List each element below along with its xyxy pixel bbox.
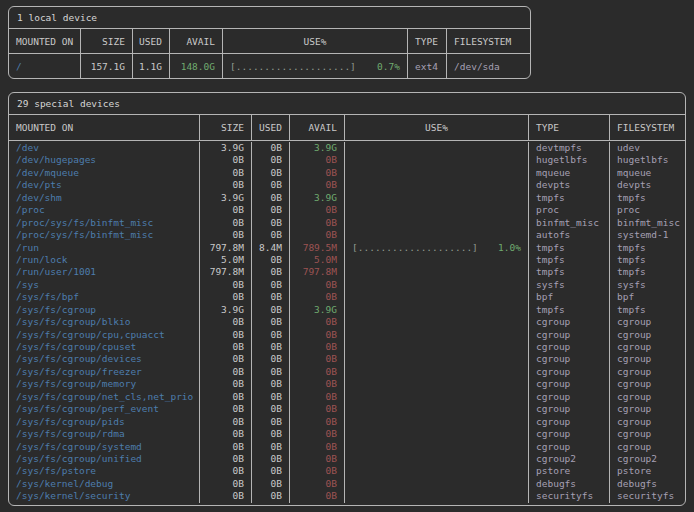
used-cell: 0B: [251, 428, 289, 440]
column-header-use-: USE%: [222, 29, 407, 53]
used-cell: 0B: [251, 416, 289, 428]
used-cell: 0B: [251, 179, 289, 191]
usage-cell: [344, 465, 528, 477]
used-cell: 0B: [251, 154, 289, 166]
type-cell: cgroup: [528, 353, 609, 365]
used-cell: 0B: [251, 391, 289, 403]
filesystem-cell: cgroup: [609, 329, 685, 341]
usage-cell: [....................]1.0%: [344, 242, 528, 254]
used-cell: 0B: [251, 465, 289, 477]
avail-cell: 3.9G: [289, 192, 344, 204]
type-cell: mqueue: [528, 167, 609, 179]
mounted-on-cell: /sys/fs/cgroup/rdma: [9, 428, 199, 440]
usage-cell: [344, 478, 528, 490]
device-row: /proc/sys/fs/binfmt_misc0B0B0Bbinfmt_mis…: [9, 217, 685, 229]
mounted-on-cell: /dev: [9, 142, 199, 154]
filesystem-cell: tmpfs: [609, 266, 685, 278]
column-header-use-: USE%: [344, 115, 528, 140]
device-row: /sys/kernel/security0B0B0Bsecurityfssecu…: [9, 490, 685, 502]
size-cell: 0B: [199, 366, 251, 378]
usage-cell: [344, 229, 528, 241]
size-cell: 0B: [199, 316, 251, 328]
type-cell: tmpfs: [528, 266, 609, 278]
special-devices-table-title: 29 special devices: [9, 93, 685, 115]
size-cell: 0B: [199, 329, 251, 341]
mounted-on-cell: /sys/fs/cgroup/cpu,cpuacct: [9, 329, 199, 341]
usage-cell: [344, 142, 528, 154]
mounted-on-cell: /proc/sys/fs/binfmt_misc: [9, 217, 199, 229]
filesystem-cell: mqueue: [609, 167, 685, 179]
used-cell: 0B: [251, 378, 289, 390]
used-cell: 0B: [251, 478, 289, 490]
usage-cell: [344, 266, 528, 278]
size-cell: 0B: [199, 490, 251, 502]
used-cell: 0B: [251, 453, 289, 465]
device-row: /sys/fs/cgroup3.9G0B3.9Gtmpfstmpfs: [9, 304, 685, 316]
mounted-on-cell: /sys/fs/cgroup/devices: [9, 353, 199, 365]
usage-bar: [....................]: [352, 242, 478, 254]
type-cell: cgroup: [528, 366, 609, 378]
device-row: /run797.8M8.4M789.5M[...................…: [9, 242, 685, 254]
used-cell: 0B: [251, 167, 289, 179]
filesystem-cell: cgroup: [609, 441, 685, 453]
header-row: MOUNTED ONSIZEUSEDAVAILUSE%TYPEFILESYSTE…: [9, 29, 530, 54]
filesystem-cell: binfmt_misc: [609, 217, 685, 229]
type-cell: autofs: [528, 229, 609, 241]
usage-cell: [344, 403, 528, 415]
used-cell: 0B: [251, 490, 289, 502]
type-cell: tmpfs: [528, 192, 609, 204]
usage-cell: [344, 217, 528, 229]
device-row: /sys/fs/cgroup/devices0B0B0Bcgroupcgroup: [9, 353, 685, 365]
avail-cell: 0B: [289, 329, 344, 341]
type-cell: tmpfs: [528, 254, 609, 266]
usage-cell: [344, 304, 528, 316]
filesystem-cell: debugfs: [609, 478, 685, 490]
mounted-on-cell: /sys/fs/bpf: [9, 291, 199, 303]
avail-cell: 0B: [289, 366, 344, 378]
type-cell: cgroup: [528, 428, 609, 440]
avail-cell: 0B: [289, 167, 344, 179]
type-cell: pstore: [528, 465, 609, 477]
filesystem-cell: tmpfs: [609, 254, 685, 266]
avail-cell: 0B: [289, 279, 344, 291]
size-cell: 0B: [199, 204, 251, 216]
device-row: /sys/kernel/debug0B0B0Bdebugfsdebugfs: [9, 478, 685, 490]
mounted-on-cell: /sys/fs/cgroup/cpuset: [9, 341, 199, 353]
size-cell: 3.9G: [199, 192, 251, 204]
avail-cell: 5.0M: [289, 254, 344, 266]
mounted-on-cell: /proc/sys/fs/binfmt_misc: [9, 229, 199, 241]
filesystem-cell: /dev/sda: [446, 54, 530, 78]
device-row: /sys0B0B0Bsysfssysfs: [9, 279, 685, 291]
size-cell: 0B: [199, 428, 251, 440]
type-cell: cgroup2: [528, 453, 609, 465]
used-cell: 1.1G: [132, 54, 169, 78]
filesystem-cell: devpts: [609, 179, 685, 191]
used-cell: 0B: [251, 142, 289, 154]
type-cell: debugfs: [528, 478, 609, 490]
usage-cell: [344, 167, 528, 179]
size-cell: 0B: [199, 167, 251, 179]
usage-cell: [344, 353, 528, 365]
size-cell: 0B: [199, 279, 251, 291]
device-row: /sys/fs/cgroup/memory0B0B0Bcgroupcgroup: [9, 378, 685, 390]
size-cell: 0B: [199, 229, 251, 241]
avail-cell: 0B: [289, 179, 344, 191]
device-row: /dev3.9G0B3.9Gdevtmpfsudev: [9, 142, 685, 154]
mounted-on-cell: /sys/fs/cgroup/blkio: [9, 316, 199, 328]
size-cell: 0B: [199, 403, 251, 415]
used-cell: 0B: [251, 353, 289, 365]
usage-cell: [344, 341, 528, 353]
column-header-filesystem: FILESYSTEM: [609, 115, 685, 140]
device-row: /sys/fs/pstore0B0B0Bpstorepstore: [9, 465, 685, 477]
type-cell: cgroup: [528, 378, 609, 390]
size-cell: 3.9G: [199, 142, 251, 154]
filesystem-cell: tmpfs: [609, 304, 685, 316]
filesystem-cell: bpf: [609, 291, 685, 303]
avail-cell: 797.8M: [289, 266, 344, 278]
device-row: /dev/pts0B0B0Bdevptsdevpts: [9, 179, 685, 191]
type-cell: sysfs: [528, 279, 609, 291]
mounted-on-cell: /proc: [9, 204, 199, 216]
usage-cell: [344, 453, 528, 465]
device-row: /dev/hugepages0B0B0Bhugetlbfshugetlbfs: [9, 154, 685, 166]
mounted-on-cell: /dev/mqueue: [9, 167, 199, 179]
